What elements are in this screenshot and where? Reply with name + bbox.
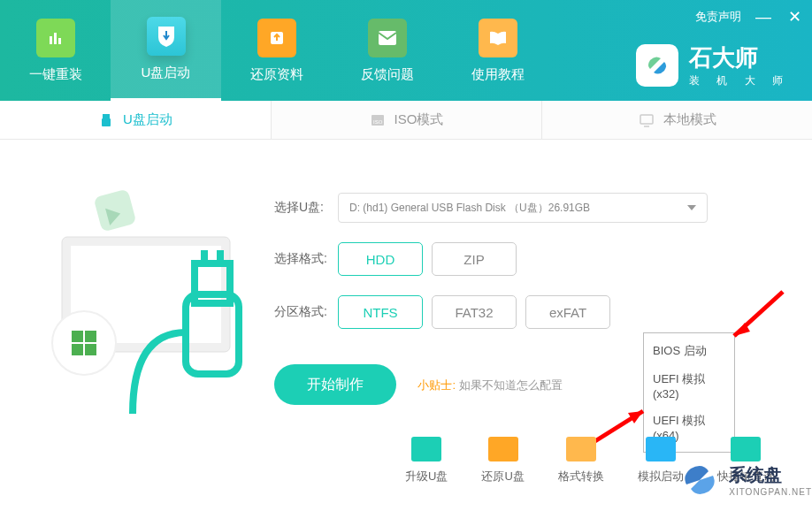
tool-label: 模拟启动 bbox=[638, 469, 684, 484]
svg-rect-11 bbox=[94, 189, 137, 233]
tool-label: 升级U盘 bbox=[405, 469, 448, 484]
tool-restore-usb[interactable]: 还原U盘 bbox=[481, 437, 524, 484]
svg-rect-22 bbox=[217, 250, 224, 266]
nav-label: 使用教程 bbox=[471, 66, 525, 83]
convert-icon bbox=[566, 437, 596, 461]
disclaimer-link[interactable]: 免责声明 bbox=[695, 9, 741, 25]
tip-label: 小贴士: bbox=[417, 378, 456, 392]
watermark: 系统盘 XITONGPAN.NET bbox=[678, 458, 812, 502]
tip-text: 如果不知道怎么配置 bbox=[459, 378, 563, 392]
svg-rect-6 bbox=[102, 118, 111, 126]
nav-tutorial[interactable]: 使用教程 bbox=[442, 0, 553, 101]
start-button[interactable]: 开始制作 bbox=[274, 364, 396, 405]
usb-icon bbox=[98, 112, 114, 128]
mail-icon bbox=[368, 19, 407, 57]
tool-label: 还原U盘 bbox=[481, 469, 524, 484]
format-label: 选择格式: bbox=[274, 251, 338, 267]
nav-reinstall[interactable]: 一键重装 bbox=[0, 0, 111, 101]
nav-label: 还原资料 bbox=[250, 66, 303, 83]
nav-label: 反馈问题 bbox=[361, 66, 414, 83]
watermark-logo-icon bbox=[678, 458, 722, 502]
tool-label: 格式转换 bbox=[558, 469, 604, 484]
nav-restore[interactable]: 还原资料 bbox=[221, 0, 332, 101]
nav-feedback[interactable]: 反馈问题 bbox=[332, 0, 442, 101]
usb-shield-icon bbox=[147, 17, 186, 56]
format-option-hdd[interactable]: HDD bbox=[338, 242, 423, 276]
svg-rect-2 bbox=[58, 38, 61, 44]
dropdown-item-bios[interactable]: BIOS 启动 bbox=[644, 337, 734, 365]
header: 免责声明 — ✕ 一键重装 U盘启动 还原资料 反馈问题 bbox=[0, 0, 812, 101]
brand-subtitle: 装 机 大 师 bbox=[689, 73, 790, 88]
brand-logo-icon bbox=[636, 44, 678, 87]
svg-rect-0 bbox=[50, 36, 52, 44]
close-button[interactable]: ✕ bbox=[785, 7, 803, 27]
dropdown-item-uefi32[interactable]: UEFI 模拟(x32) bbox=[644, 365, 734, 407]
svg-rect-16 bbox=[85, 331, 96, 342]
nav-label: U盘启动 bbox=[142, 65, 191, 81]
tab-label: 本地模式 bbox=[663, 111, 716, 128]
svg-point-14 bbox=[52, 311, 116, 375]
brand: 石大师 装 机 大 师 bbox=[636, 42, 790, 88]
partition-option-ntfs[interactable]: NTFS bbox=[338, 295, 423, 329]
annotation-arrow-icon bbox=[725, 287, 785, 340]
format-option-zip[interactable]: ZIP bbox=[432, 242, 517, 276]
svg-rect-9 bbox=[640, 115, 653, 124]
usb-select-label: 选择U盘: bbox=[274, 200, 338, 216]
watermark-url: XITONGPAN.NET bbox=[729, 487, 812, 497]
restore-icon bbox=[257, 19, 296, 57]
usb-upgrade-icon bbox=[411, 437, 441, 461]
partition-label: 分区格式: bbox=[274, 304, 338, 320]
illustration bbox=[35, 166, 248, 414]
nav-usb-boot[interactable]: U盘启动 bbox=[111, 0, 221, 101]
partition-option-exfat[interactable]: exFAT bbox=[525, 295, 610, 329]
tab-local[interactable]: 本地模式 bbox=[541, 101, 812, 139]
bars-icon bbox=[36, 19, 75, 57]
brand-title: 石大师 bbox=[689, 42, 790, 73]
svg-rect-21 bbox=[201, 250, 208, 266]
tool-simulate-boot[interactable]: 模拟启动 bbox=[638, 437, 684, 484]
boot-mode-dropdown: BIOS 启动 UEFI 模拟(x32) UEFI 模拟(x64) bbox=[643, 332, 735, 453]
chevron-down-icon bbox=[687, 205, 696, 210]
minimize-button[interactable]: — bbox=[755, 8, 772, 27]
tab-usb-boot[interactable]: U盘启动 bbox=[0, 101, 271, 139]
svg-text:ISO: ISO bbox=[373, 119, 383, 125]
tab-iso[interactable]: ISO ISO模式 bbox=[271, 101, 541, 139]
partition-option-fat32[interactable]: FAT32 bbox=[432, 295, 517, 329]
svg-rect-1 bbox=[54, 33, 57, 44]
svg-rect-17 bbox=[72, 344, 83, 355]
tab-label: ISO模式 bbox=[395, 111, 444, 128]
monitor-icon bbox=[639, 112, 655, 128]
svg-rect-15 bbox=[72, 331, 83, 342]
main-nav: 一键重装 U盘启动 还原资料 反馈问题 使用教程 bbox=[0, 0, 553, 101]
usb-restore-icon bbox=[488, 437, 518, 461]
book-icon bbox=[479, 19, 517, 57]
svg-rect-18 bbox=[85, 344, 96, 355]
simulate-icon bbox=[646, 437, 676, 461]
tab-label: U盘启动 bbox=[123, 111, 172, 128]
mode-tabs: U盘启动 ISO ISO模式 本地模式 bbox=[0, 101, 812, 140]
svg-rect-5 bbox=[103, 114, 110, 118]
usb-select-value: D: (hd1) General USB Flash Disk （U盘）26.9… bbox=[349, 201, 590, 216]
tool-upgrade-usb[interactable]: 升级U盘 bbox=[405, 437, 448, 484]
watermark-text: 系统盘 bbox=[729, 463, 812, 487]
usb-select[interactable]: D: (hd1) General USB Flash Disk （U盘）26.9… bbox=[338, 193, 708, 223]
nav-label: 一键重装 bbox=[29, 66, 82, 83]
titlebar: 免责声明 — ✕ bbox=[695, 7, 803, 27]
tool-format-convert[interactable]: 格式转换 bbox=[558, 437, 604, 484]
iso-icon: ISO bbox=[370, 112, 386, 128]
